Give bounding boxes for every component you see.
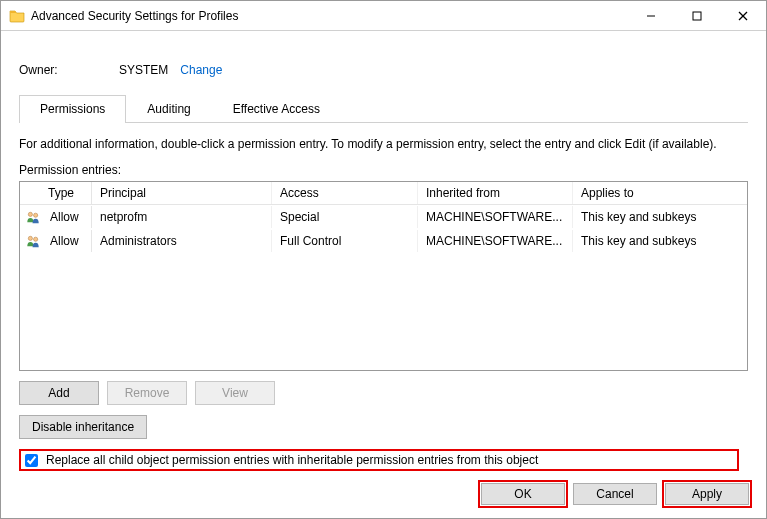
svg-rect-1 (693, 12, 701, 20)
apply-button[interactable]: Apply (665, 483, 749, 505)
cell-inherited: MACHINE\SOFTWARE... (418, 230, 573, 252)
replace-label: Replace all child object permission entr… (46, 453, 538, 467)
svg-point-5 (34, 213, 38, 217)
table-row[interactable]: Allow Administrators Full Control MACHIN… (20, 229, 747, 253)
titlebar: Advanced Security Settings for Profiles (1, 1, 766, 31)
content-area: Owner: SYSTEM Change Permissions Auditin… (1, 31, 766, 481)
cell-applies: This key and subkeys (573, 206, 747, 228)
ok-button[interactable]: OK (481, 483, 565, 505)
entry-buttons: Add Remove View (19, 381, 748, 405)
tab-auditing[interactable]: Auditing (126, 95, 211, 122)
folder-icon (9, 8, 25, 24)
col-principal[interactable]: Principal (92, 182, 272, 204)
cell-type: Allow (42, 206, 92, 228)
owner-row: Owner: SYSTEM Change (19, 63, 748, 77)
info-text: For additional information, double-click… (19, 137, 748, 151)
disable-inheritance-button[interactable]: Disable inheritance (19, 415, 147, 439)
svg-point-7 (34, 237, 38, 241)
tabs: Permissions Auditing Effective Access (19, 95, 748, 123)
minimize-button[interactable] (628, 1, 674, 31)
owner-label: Owner: (19, 63, 119, 77)
col-applies[interactable]: Applies to (573, 182, 747, 204)
close-button[interactable] (720, 1, 766, 31)
view-button: View (195, 381, 275, 405)
maximize-button[interactable] (674, 1, 720, 31)
change-owner-link[interactable]: Change (180, 63, 222, 77)
window-title: Advanced Security Settings for Profiles (31, 9, 238, 23)
col-inherited[interactable]: Inherited from (418, 182, 573, 204)
owner-value: SYSTEM (119, 63, 168, 77)
entries-label: Permission entries: (19, 163, 748, 177)
cell-applies: This key and subkeys (573, 230, 747, 252)
cell-access: Special (272, 206, 418, 228)
row-icon (20, 205, 42, 229)
dialog-buttons: OK Cancel Apply (481, 477, 763, 515)
replace-child-entries-checkbox[interactable]: Replace all child object permission entr… (19, 449, 739, 471)
add-button[interactable]: Add (19, 381, 99, 405)
remove-button: Remove (107, 381, 187, 405)
cell-inherited: MACHINE\SOFTWARE... (418, 206, 573, 228)
col-access[interactable]: Access (272, 182, 418, 204)
cell-principal: netprofm (92, 206, 272, 228)
svg-point-4 (28, 212, 32, 216)
tab-permissions[interactable]: Permissions (19, 95, 126, 123)
svg-point-6 (28, 236, 32, 240)
cell-type: Allow (42, 230, 92, 252)
table-row[interactable]: Allow netprofm Special MACHINE\SOFTWARE.… (20, 205, 747, 229)
col-type[interactable]: Type (20, 182, 92, 204)
cell-access: Full Control (272, 230, 418, 252)
cancel-button[interactable]: Cancel (573, 483, 657, 505)
replace-checkbox-input[interactable] (25, 454, 38, 467)
inheritance-row: Disable inheritance (19, 415, 748, 439)
table-header: Type Principal Access Inherited from App… (20, 182, 747, 205)
permission-entries-table[interactable]: Type Principal Access Inherited from App… (19, 181, 748, 371)
cell-principal: Administrators (92, 230, 272, 252)
row-icon (20, 229, 42, 253)
tab-effective-access[interactable]: Effective Access (212, 95, 341, 122)
